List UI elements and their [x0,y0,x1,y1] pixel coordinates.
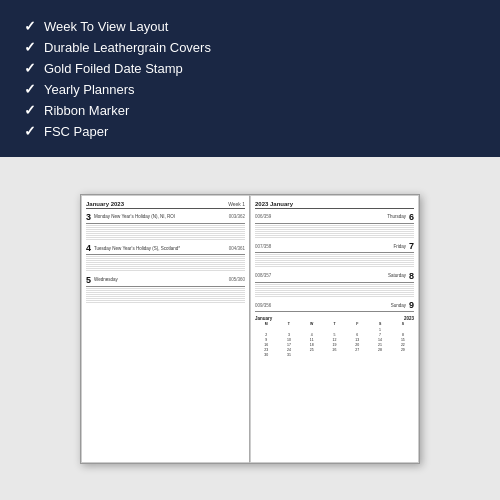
mini-cal-week: 3031 [255,352,414,357]
day-line [255,227,414,228]
page-container: ✓Week To View Layout✓Durable Leathergrai… [0,0,500,500]
left-day-block: 4 Tuesday New Year's Holiday (S), Scotla… [86,243,245,271]
right-day-number: 6 [409,212,414,222]
day-lines [255,284,414,297]
right-month-label: 2023 January [255,201,293,207]
day-header: 4 Tuesday New Year's Holiday (S), Scotla… [86,243,245,255]
feature-text: Gold Foiled Date Stamp [44,61,183,76]
day-line [86,290,245,291]
day-line [86,227,245,228]
day-line [255,294,414,295]
day-line [86,229,245,230]
checkmark-icon: ✓ [24,102,36,118]
day-line [86,262,245,263]
cal-day-header: S [369,322,391,326]
feature-item: ✓Gold Foiled Date Stamp [24,60,211,76]
mini-cal-days-header: MTWTFSS [255,322,414,326]
day-line [255,296,414,297]
feature-item: ✓Yearly Planners [24,81,211,97]
day-line [255,256,414,257]
checkmark-icon: ✓ [24,81,36,97]
right-day-fraction: 009/356 [255,303,271,308]
left-week-label: Week 1 [228,201,245,207]
right-day-number: 9 [409,300,414,310]
right-day-fraction: 006/359 [255,214,271,219]
day-name-info: Tuesday New Year's Holiday (S), Scotland… [91,246,229,251]
day-line [86,258,245,259]
day-line [86,239,245,240]
cal-day [369,352,391,357]
day-lines [86,288,245,303]
cal-day: 30 [255,352,277,357]
day-header: 3 Monday New Year's Holiday (N), NI, ROI… [86,212,245,224]
day-line [86,260,245,261]
day-line [255,292,414,293]
cal-day [301,352,323,357]
right-day-number: 7 [409,241,414,251]
day-line [255,266,414,267]
day-line [255,288,414,289]
day-line [255,237,414,238]
cal-day-header: F [346,322,368,326]
feature-item: ✓Durable Leathergrain Covers [24,39,211,55]
feature-item: ✓Week To View Layout [24,18,211,34]
cal-day-header: T [323,322,345,326]
day-line [255,254,414,255]
cal-day [346,352,368,357]
day-header: 5 Wednesday 005/360 [86,275,245,287]
cal-day-header: T [278,322,300,326]
left-day-block: 3 Monday New Year's Holiday (N), NI, ROI… [86,212,245,240]
day-lines [86,225,245,240]
right-day-name: Friday [271,244,409,249]
right-page-header: 2023 January [255,201,414,209]
day-line [86,225,245,226]
day-line [86,268,245,269]
right-day-name: Sunday [271,303,409,308]
banner: ✓Week To View Layout✓Durable Leathergrai… [0,0,500,157]
day-line [86,270,245,271]
feature-item: ✓Ribbon Marker [24,102,211,118]
right-day-block-last: 009/356 Sunday 9 [255,300,414,312]
day-line [255,225,414,226]
day-line [255,286,414,287]
day-lines [86,256,245,271]
left-days-container: 3 Monday New Year's Holiday (N), NI, ROI… [86,212,245,303]
feature-text: Durable Leathergrain Covers [44,40,211,55]
mini-calendar-content: January 2023 MTWTFSS 1234567891011121314… [255,316,414,357]
day-line [255,258,414,259]
mini-cal-year: 2023 [404,316,414,321]
right-day-name: Thursday [271,214,409,219]
diary-mockup: January 2023 Week 1 3 Monday New Year's … [80,194,420,464]
right-day-number: 8 [409,271,414,281]
day-lines [255,254,414,267]
day-line [86,294,245,295]
right-days-container: 006/359 Thursday 6 007/358 Friday 7 008/… [255,212,414,313]
mini-calendar: January 2023 MTWTFSS 1234567891011121314… [255,316,414,357]
day-line [86,235,245,236]
diary-right-page: 2023 January 006/359 Thursday 6 007/358 … [250,195,419,463]
day-line [255,262,414,263]
mini-cal-header: January 2023 [255,316,414,321]
day-fraction: 003/362 [229,214,245,219]
day-line [86,237,245,238]
right-day-header: 008/357 Saturday 8 [255,271,414,283]
right-day-header: 007/358 Friday 7 [255,241,414,253]
diary-left-page: January 2023 Week 1 3 Monday New Year's … [81,195,250,463]
day-line [86,256,245,257]
right-day-name: Saturday [271,273,409,278]
right-day-block: 006/359 Thursday 6 [255,212,414,238]
checkmark-icon: ✓ [24,123,36,139]
product-area: January 2023 Week 1 3 Monday New Year's … [0,157,500,500]
left-page-header: January 2023 Week 1 [86,201,245,209]
cal-day-header: W [301,322,323,326]
day-lines [255,225,414,238]
day-name-info: Monday New Year's Holiday (N), NI, ROI [91,214,229,219]
day-fraction: 005/360 [229,277,245,282]
feature-item: ✓FSC Paper [24,123,211,139]
cal-day-header: M [255,322,277,326]
day-fraction: 004/361 [229,246,245,251]
day-line [255,235,414,236]
day-line [255,231,414,232]
day-line [255,264,414,265]
feature-text: Week To View Layout [44,19,168,34]
